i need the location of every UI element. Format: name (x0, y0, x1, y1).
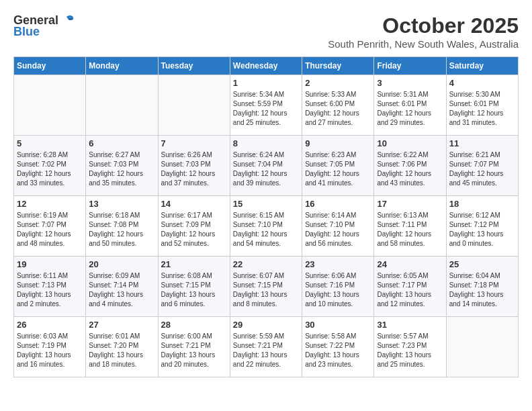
calendar-cell (446, 317, 518, 377)
location-title: South Penrith, New South Wales, Australi… (328, 38, 519, 50)
calendar-table: SundayMondayTuesdayWednesdayThursdayFrid… (13, 56, 519, 377)
cell-info: Sunrise: 5:57 AM Sunset: 7:23 PM Dayligh… (377, 332, 443, 369)
calendar-cell: 11Sunrise: 6:21 AM Sunset: 7:07 PM Dayli… (446, 136, 518, 196)
day-header-wednesday: Wednesday (230, 57, 302, 75)
cell-info: Sunrise: 6:15 AM Sunset: 7:10 PM Dayligh… (233, 211, 299, 248)
calendar-week-row: 5Sunrise: 6:28 AM Sunset: 7:02 PM Daylig… (14, 136, 519, 196)
calendar-cell: 26Sunrise: 6:03 AM Sunset: 7:19 PM Dayli… (14, 317, 86, 377)
cell-info: Sunrise: 6:11 AM Sunset: 7:13 PM Dayligh… (17, 271, 83, 309)
logo-bird-icon (60, 14, 75, 28)
cell-info: Sunrise: 6:07 AM Sunset: 7:15 PM Dayligh… (233, 271, 299, 309)
logo: General Blue (13, 13, 75, 39)
cell-info: Sunrise: 6:00 AM Sunset: 7:21 PM Dayligh… (161, 332, 227, 369)
day-number: 28 (161, 320, 227, 330)
calendar-cell: 7Sunrise: 6:26 AM Sunset: 7:03 PM Daylig… (158, 136, 230, 196)
calendar-cell (14, 75, 86, 136)
calendar-cell: 10Sunrise: 6:22 AM Sunset: 7:06 PM Dayli… (374, 136, 446, 196)
cell-info: Sunrise: 5:59 AM Sunset: 7:21 PM Dayligh… (233, 332, 299, 369)
cell-info: Sunrise: 6:22 AM Sunset: 7:06 PM Dayligh… (377, 150, 443, 188)
calendar-header-row: SundayMondayTuesdayWednesdayThursdayFrid… (14, 57, 519, 75)
cell-info: Sunrise: 5:33 AM Sunset: 6:00 PM Dayligh… (305, 90, 371, 128)
day-number: 4 (449, 78, 515, 88)
calendar-body: 1Sunrise: 5:34 AM Sunset: 5:59 PM Daylig… (14, 75, 519, 377)
calendar-cell: 21Sunrise: 6:08 AM Sunset: 7:15 PM Dayli… (158, 257, 230, 317)
cell-info: Sunrise: 6:21 AM Sunset: 7:07 PM Dayligh… (449, 150, 515, 188)
calendar-cell: 8Sunrise: 6:24 AM Sunset: 7:04 PM Daylig… (230, 136, 302, 196)
day-number: 12 (17, 199, 83, 209)
day-number: 13 (89, 199, 154, 209)
cell-info: Sunrise: 6:27 AM Sunset: 7:03 PM Dayligh… (89, 150, 154, 188)
cell-info: Sunrise: 6:08 AM Sunset: 7:15 PM Dayligh… (161, 271, 227, 309)
cell-info: Sunrise: 6:23 AM Sunset: 7:05 PM Dayligh… (305, 150, 371, 188)
day-number: 23 (305, 259, 371, 269)
calendar-cell (158, 75, 230, 136)
calendar-cell: 29Sunrise: 5:59 AM Sunset: 7:21 PM Dayli… (230, 317, 302, 377)
calendar-week-row: 19Sunrise: 6:11 AM Sunset: 7:13 PM Dayli… (14, 257, 519, 317)
day-header-sunday: Sunday (14, 57, 86, 75)
day-number: 18 (449, 199, 515, 209)
day-header-thursday: Thursday (302, 57, 374, 75)
cell-info: Sunrise: 6:01 AM Sunset: 7:20 PM Dayligh… (89, 332, 154, 369)
calendar-cell: 15Sunrise: 6:15 AM Sunset: 7:10 PM Dayli… (230, 196, 302, 257)
cell-info: Sunrise: 6:18 AM Sunset: 7:08 PM Dayligh… (89, 211, 154, 248)
day-header-friday: Friday (374, 57, 446, 75)
calendar-cell: 19Sunrise: 6:11 AM Sunset: 7:13 PM Dayli… (14, 257, 86, 317)
calendar-cell: 2Sunrise: 5:33 AM Sunset: 6:00 PM Daylig… (302, 75, 374, 136)
calendar-cell: 20Sunrise: 6:09 AM Sunset: 7:14 PM Dayli… (86, 257, 158, 317)
day-header-monday: Monday (86, 57, 158, 75)
cell-info: Sunrise: 6:04 AM Sunset: 7:18 PM Dayligh… (449, 271, 515, 309)
calendar-cell (86, 75, 158, 136)
cell-info: Sunrise: 5:30 AM Sunset: 6:01 PM Dayligh… (449, 90, 515, 128)
day-number: 27 (89, 320, 154, 330)
calendar-cell: 12Sunrise: 6:19 AM Sunset: 7:07 PM Dayli… (14, 196, 86, 257)
cell-info: Sunrise: 6:26 AM Sunset: 7:03 PM Dayligh… (161, 150, 227, 188)
day-number: 6 (89, 138, 154, 148)
calendar-cell: 9Sunrise: 6:23 AM Sunset: 7:05 PM Daylig… (302, 136, 374, 196)
cell-info: Sunrise: 6:17 AM Sunset: 7:09 PM Dayligh… (161, 211, 227, 248)
day-number: 5 (17, 138, 83, 148)
day-number: 11 (449, 138, 515, 148)
day-header-saturday: Saturday (446, 57, 518, 75)
cell-info: Sunrise: 5:34 AM Sunset: 5:59 PM Dayligh… (233, 90, 299, 128)
cell-info: Sunrise: 6:05 AM Sunset: 7:17 PM Dayligh… (377, 271, 443, 309)
calendar-cell: 30Sunrise: 5:58 AM Sunset: 7:22 PM Dayli… (302, 317, 374, 377)
day-number: 25 (449, 259, 515, 269)
calendar-cell: 22Sunrise: 6:07 AM Sunset: 7:15 PM Dayli… (230, 257, 302, 317)
calendar-cell: 24Sunrise: 6:05 AM Sunset: 7:17 PM Dayli… (374, 257, 446, 317)
day-number: 31 (377, 320, 443, 330)
calendar-cell: 27Sunrise: 6:01 AM Sunset: 7:20 PM Dayli… (86, 317, 158, 377)
calendar-week-row: 26Sunrise: 6:03 AM Sunset: 7:19 PM Dayli… (14, 317, 519, 377)
calendar-cell: 1Sunrise: 5:34 AM Sunset: 5:59 PM Daylig… (230, 75, 302, 136)
calendar-cell: 3Sunrise: 5:31 AM Sunset: 6:01 PM Daylig… (374, 75, 446, 136)
day-number: 30 (305, 320, 371, 330)
day-number: 7 (161, 138, 227, 148)
day-number: 16 (305, 199, 371, 209)
calendar-cell: 5Sunrise: 6:28 AM Sunset: 7:02 PM Daylig… (14, 136, 86, 196)
day-number: 9 (305, 138, 371, 148)
day-number: 24 (377, 259, 443, 269)
calendar-week-row: 1Sunrise: 5:34 AM Sunset: 5:59 PM Daylig… (14, 75, 519, 136)
page-header: General Blue October 2025 South Penrith,… (13, 13, 519, 50)
cell-info: Sunrise: 6:03 AM Sunset: 7:19 PM Dayligh… (17, 332, 83, 369)
calendar-cell: 14Sunrise: 6:17 AM Sunset: 7:09 PM Dayli… (158, 196, 230, 257)
calendar-cell: 18Sunrise: 6:12 AM Sunset: 7:12 PM Dayli… (446, 196, 518, 257)
calendar-cell: 25Sunrise: 6:04 AM Sunset: 7:18 PM Dayli… (446, 257, 518, 317)
calendar-cell: 4Sunrise: 5:30 AM Sunset: 6:01 PM Daylig… (446, 75, 518, 136)
calendar-cell: 31Sunrise: 5:57 AM Sunset: 7:23 PM Dayli… (374, 317, 446, 377)
cell-info: Sunrise: 6:28 AM Sunset: 7:02 PM Dayligh… (17, 150, 83, 188)
day-number: 14 (161, 199, 227, 209)
cell-info: Sunrise: 6:19 AM Sunset: 7:07 PM Dayligh… (17, 211, 83, 248)
month-title: October 2025 (328, 13, 519, 38)
day-number: 17 (377, 199, 443, 209)
cell-info: Sunrise: 6:24 AM Sunset: 7:04 PM Dayligh… (233, 150, 299, 188)
day-number: 8 (233, 138, 299, 148)
day-header-tuesday: Tuesday (158, 57, 230, 75)
cell-info: Sunrise: 6:09 AM Sunset: 7:14 PM Dayligh… (89, 271, 154, 309)
day-number: 22 (233, 259, 299, 269)
cell-info: Sunrise: 5:31 AM Sunset: 6:01 PM Dayligh… (377, 90, 443, 128)
calendar-cell: 13Sunrise: 6:18 AM Sunset: 7:08 PM Dayli… (86, 196, 158, 257)
calendar-cell: 6Sunrise: 6:27 AM Sunset: 7:03 PM Daylig… (86, 136, 158, 196)
cell-info: Sunrise: 6:06 AM Sunset: 7:16 PM Dayligh… (305, 271, 371, 309)
calendar-cell: 23Sunrise: 6:06 AM Sunset: 7:16 PM Dayli… (302, 257, 374, 317)
day-number: 29 (233, 320, 299, 330)
